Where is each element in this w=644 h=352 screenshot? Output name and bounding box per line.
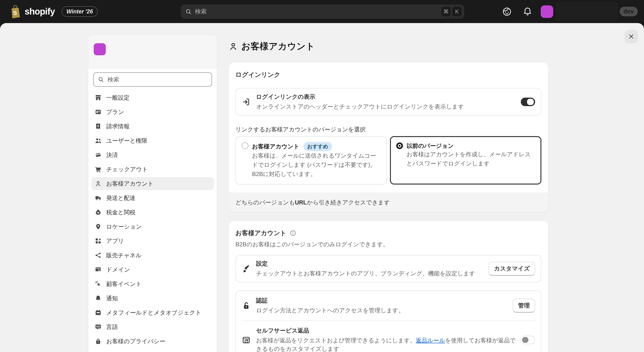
version-options: お客様アカウントおすすめお客様は、メールに送信されるワンタイムコードでログインし…	[236, 136, 541, 185]
auth-returns-box: 認証 ログイン方法とアカウントへのアクセスを管理します。 管理 セルフサービス返…	[236, 290, 541, 352]
settings-row-description: チェックアウトとお客様アカウントのアプリ、ブランディング、機能を設定します	[256, 269, 488, 278]
sidebar-item[interactable]: メタフィールドとメタオブジェクト	[92, 306, 214, 319]
lock-icon	[94, 338, 102, 345]
settings-row-title: 設定	[256, 260, 488, 268]
version-option-card[interactable]: お客様アカウントおすすめお客様は、メールに送信されるワンタイムコードでログインし…	[236, 136, 387, 185]
sidebar-item-label: メタフィールドとメタオブジェクト	[106, 309, 201, 317]
self-service-returns-row: セルフサービス返品 お客様が返品をリクエストおよび管理できるようにします。返品ル…	[236, 321, 541, 352]
location-icon	[94, 223, 102, 230]
settings-nav: 一般設定プラン$請求情報ユーザーと権限決済チェックアウトお客様アカウント発送と配…	[92, 91, 214, 352]
sidebar-item[interactable]: お客様のプライバシー	[92, 335, 214, 348]
recommended-badge: おすすめ	[304, 142, 332, 151]
login-link-card-title: ログインリンク	[236, 71, 541, 79]
footer-text: どちらのバージョンもURLから引き続きアクセスできます	[236, 199, 390, 207]
radio-selected[interactable]	[396, 142, 403, 149]
shopify-wordmark: shopify	[24, 7, 55, 17]
sidebar-item[interactable]: %税金と関税	[92, 206, 214, 219]
returns-row-description: お客様が返品をリクエストおよび管理できるようにします。返品ルールを使用してお客様…	[256, 336, 521, 352]
store-avatar[interactable]	[541, 5, 553, 18]
sidebar-search-input[interactable]: 検索	[93, 72, 212, 87]
store-name-area	[556, 2, 618, 21]
sidebar-item[interactable]: 一般設定	[92, 91, 214, 104]
sidebar-item[interactable]: お客様アカウント	[92, 177, 214, 190]
login-link-card-footer: どちらのバージョンもURLから引き続きアクセスできます	[229, 193, 548, 212]
users-icon	[94, 137, 102, 144]
login-link-card: ログインリンク ログインリンクの表示 オンラインストアのヘッダーとチェックアウト…	[229, 63, 548, 212]
sidebar-header	[88, 35, 217, 68]
global-search-placeholder: 検索	[195, 8, 440, 16]
customize-brush-icon	[242, 264, 251, 273]
sidebar-item[interactable]: プラン	[92, 105, 214, 118]
cart-icon	[94, 166, 102, 173]
login-link-toggle-row: ログインリンクの表示 オンラインストアのヘッダーとチェックアウトにログインリンク…	[236, 88, 541, 116]
kbd-cmd: ⌘	[442, 7, 450, 16]
sidebar-item[interactable]: アプリ	[92, 234, 214, 247]
billing-icon: $	[94, 123, 102, 130]
settings-row-text: 設定 チェックアウトとお客様アカウントのアプリ、ブランディング、機能を設定します	[256, 260, 488, 278]
sidebar-item[interactable]: 通知	[92, 292, 214, 305]
version-select-label: リンクするお客様アカウントのバージョンを選択	[236, 126, 541, 133]
version-option-card[interactable]: 以前のバージョンお客様はアカウントを作成し、メールアドレスとパスワードでログイン…	[390, 136, 541, 185]
self-service-returns-toggle[interactable]	[521, 336, 535, 344]
radio-unselected[interactable]	[242, 142, 248, 149]
notifications-button[interactable]	[522, 6, 533, 17]
manage-button[interactable]: 管理	[513, 299, 535, 313]
sidebar-item[interactable]: 発送と配達	[92, 192, 214, 205]
customer-accounts-title-row: お客様アカウント	[236, 229, 541, 237]
language-icon: A文	[94, 323, 102, 330]
settings-row: 設定 チェックアウトとお客様アカウントのアプリ、ブランディング、機能を設定します…	[236, 255, 541, 282]
shopify-logo[interactable]: S shopify Winter '26	[8, 0, 98, 23]
topbar: S shopify Winter '26 検索 ⌘ K dev	[0, 0, 644, 23]
customer-accounts-title: お客様アカウント	[236, 229, 286, 237]
sidebar-item-label: 請求情報	[106, 122, 130, 130]
sidebar-item[interactable]: 決済	[92, 148, 214, 161]
option-title: 以前のバージョン	[406, 142, 454, 150]
returns-row-title: セルフサービス返品	[256, 327, 521, 334]
sidebar-item[interactable]: 顧客イベント	[92, 277, 214, 290]
store-avatar-sidebar[interactable]	[94, 43, 106, 55]
person-icon	[94, 180, 102, 187]
sidebar-item[interactable]: ドメイン	[92, 263, 214, 276]
login-enter-icon	[242, 97, 251, 106]
sidebar-item-label: 税金と関税	[106, 209, 136, 216]
sidekick-button[interactable]	[501, 6, 512, 17]
plan-icon	[94, 108, 102, 116]
release-badge: Winter '26	[62, 6, 98, 17]
sidebar-item-label: ユーザーと権限	[106, 137, 147, 145]
sidebar-item-label: 発送と配達	[106, 194, 136, 202]
sidebar-item-label: プラン	[106, 108, 124, 116]
svg-text:A文: A文	[96, 325, 100, 328]
login-link-toggle-description: オンラインストアのヘッダーとチェックアウトにログインリンクを表示します	[256, 102, 521, 111]
sidebar-item[interactable]: $請求情報	[92, 120, 214, 133]
sidebar-item-label: 一般設定	[106, 94, 130, 102]
close-settings-button[interactable]	[624, 30, 638, 43]
customize-button[interactable]: カスタマイズ	[488, 262, 535, 276]
domain-icon	[94, 266, 102, 273]
info-icon[interactable]	[290, 230, 296, 236]
payments-icon	[94, 151, 102, 158]
login-link-toggle-text: ログインリンクの表示 オンラインストアのヘッダーとチェックアウトにログインリンク…	[256, 93, 521, 111]
sidebar-item[interactable]: A文言語	[92, 320, 214, 333]
global-search-input[interactable]: 検索 ⌘ K	[181, 5, 464, 19]
pixel-icon	[94, 280, 102, 287]
sidebar-item[interactable]: ロケーション	[92, 220, 214, 233]
sidebar-item[interactable]: 販売チャネル	[92, 249, 214, 262]
settings-sidebar: 検索 一般設定プラン$請求情報ユーザーと権限決済チェックアウトお客様アカウント発…	[88, 35, 217, 352]
tax-icon: %	[94, 209, 102, 216]
sidebar-item-label: 決済	[106, 151, 118, 159]
return-rules-link[interactable]: 返品ルール	[416, 337, 445, 344]
sidebar-item[interactable]: ユーザーと権限	[92, 134, 214, 147]
sidebar-item-label: アプリ	[106, 237, 124, 245]
sidebar-item[interactable]: チェックアウト	[92, 163, 214, 176]
svg-text:$: $	[97, 124, 99, 128]
customer-accounts-subtitle: B2Bのお客様はこのバージョンでのみログインできます。	[236, 241, 541, 248]
login-link-toggle[interactable]	[521, 98, 535, 106]
svg-text:S: S	[13, 10, 17, 16]
sidebar-item[interactable]: ポリシー	[92, 349, 214, 352]
toggle-knob	[522, 337, 528, 343]
person-icon	[229, 42, 238, 51]
sidebar-search-placeholder: 検索	[108, 76, 119, 84]
search-icon	[185, 8, 192, 15]
metafields-icon	[94, 309, 102, 316]
toggle-knob	[527, 99, 534, 105]
